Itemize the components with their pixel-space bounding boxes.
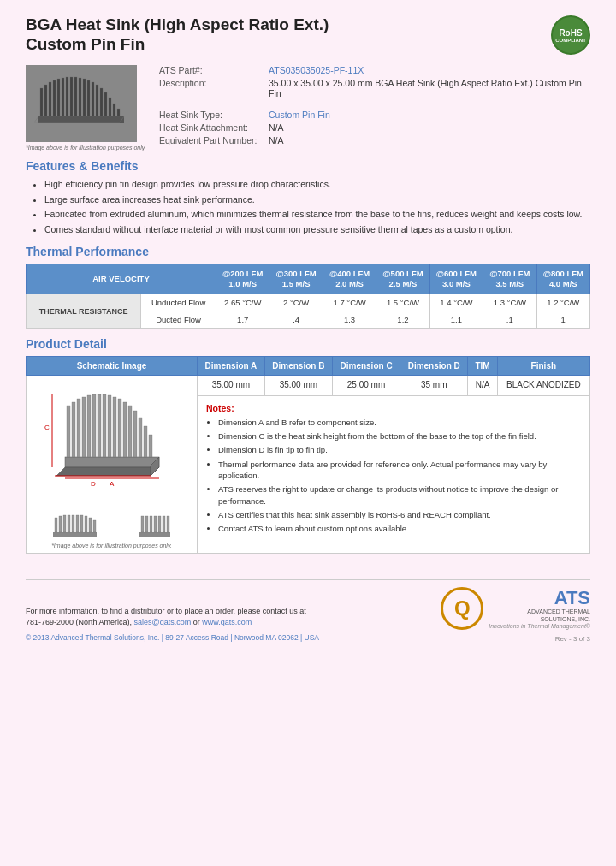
svg-line-20 bbox=[34, 116, 38, 122]
svg-rect-67 bbox=[163, 516, 165, 532]
air-velocity-label: AIR VELOCITY bbox=[27, 264, 216, 294]
product-details: ATS Part#: ATS035035025-PF-11X Descripti… bbox=[159, 65, 590, 151]
col-300lfm: @300 LFM1.5 M/S bbox=[270, 264, 323, 294]
ats-logo: Q ATS ADVANCED THERMALSOLUTIONS, INC. In… bbox=[441, 587, 590, 630]
schematic-svg: C A D bbox=[39, 380, 185, 508]
schematic-header: Schematic Image bbox=[27, 357, 198, 376]
feature-item: Large surface area increases heat sink p… bbox=[44, 193, 590, 206]
col-600lfm: @600 LFM3.0 M/S bbox=[429, 264, 483, 294]
svg-rect-3 bbox=[49, 82, 51, 116]
thermal-table: AIR VELOCITY @200 LFM1.0 M/S @300 LFM1.5… bbox=[26, 264, 590, 329]
ducted-200: 1.7 bbox=[216, 311, 270, 329]
footer-contact: For more information, to find a distribu… bbox=[26, 606, 319, 629]
ducted-700: .1 bbox=[483, 311, 536, 329]
col-700lfm: @700 LFM3.5 M/S bbox=[483, 264, 536, 294]
thermal-title: Thermal Performance bbox=[26, 245, 590, 258]
col-800lfm: @800 LFM4.0 M/S bbox=[536, 264, 589, 294]
rohs-badge: RoHS COMPLIANT bbox=[551, 15, 590, 55]
svg-rect-6 bbox=[62, 78, 64, 116]
svg-rect-7 bbox=[66, 77, 68, 116]
ats-text: ATS ADVANCED THERMALSOLUTIONS, INC. Inno… bbox=[489, 589, 590, 629]
footer-left: For more information, to find a distribu… bbox=[26, 606, 319, 644]
note-item: Thermal performance data are provided fo… bbox=[218, 459, 581, 482]
footer-phone: 781-769-2000 (North America), bbox=[26, 618, 132, 626]
schematic-cell: C A D bbox=[27, 376, 198, 554]
product-info: *Image above is for illustration purpose… bbox=[26, 65, 590, 151]
ducted-400: 1.3 bbox=[323, 311, 376, 329]
ats-q-logo: Q bbox=[441, 587, 483, 630]
svg-rect-59 bbox=[89, 518, 92, 532]
footer-or: or bbox=[193, 618, 200, 626]
product-detail-title: Product Detail bbox=[26, 337, 590, 351]
ducted-300: .4 bbox=[270, 311, 323, 329]
col-200lfm: @200 LFM1.0 M/S bbox=[216, 264, 270, 294]
note-item: Contact ATS to learn about custom option… bbox=[218, 523, 581, 534]
svg-rect-63 bbox=[145, 516, 148, 532]
svg-marker-24 bbox=[56, 467, 159, 476]
unducted-label: Unducted Flow bbox=[141, 294, 216, 311]
finish-value: BLACK ANODIZED bbox=[497, 376, 589, 395]
unducted-400: 1.7 °C/W bbox=[323, 294, 376, 311]
dim-d-value: 35 mm bbox=[400, 376, 468, 395]
note-item: Dimension C is the heat sink height from… bbox=[218, 430, 581, 442]
svg-rect-51 bbox=[55, 518, 57, 532]
tim-value: N/A bbox=[468, 376, 497, 395]
svg-rect-62 bbox=[141, 516, 144, 532]
svg-rect-30 bbox=[87, 395, 91, 457]
attachment-label: Heat Sink Attachment: bbox=[159, 122, 262, 133]
footer-email[interactable]: sales@qats.com bbox=[134, 618, 192, 626]
ducted-800: 1 bbox=[536, 311, 589, 329]
schematic-front-view bbox=[51, 513, 98, 539]
unducted-200: 2.65 °C/W bbox=[216, 294, 270, 311]
desc-label: Description: bbox=[159, 78, 262, 98]
unducted-800: 1.2 °C/W bbox=[536, 294, 589, 311]
type-value: Custom Pin Fin bbox=[269, 110, 330, 120]
unducted-600: 1.4 °C/W bbox=[429, 294, 483, 311]
col-500lfm: @500 LFM2.5 M/S bbox=[376, 264, 429, 294]
svg-rect-27 bbox=[72, 402, 75, 457]
svg-rect-31 bbox=[92, 394, 96, 457]
heatsink-illustration bbox=[30, 69, 133, 138]
svg-rect-65 bbox=[154, 516, 157, 532]
svg-rect-12 bbox=[87, 80, 90, 116]
svg-rect-64 bbox=[150, 516, 152, 532]
desc-value: 35.00 x 35.00 x 25.00 mm BGA Heat Sink (… bbox=[269, 78, 590, 98]
detail-header-row: Schematic Image Dimension A Dimension B … bbox=[27, 357, 590, 376]
svg-rect-15 bbox=[100, 88, 103, 116]
svg-rect-33 bbox=[103, 394, 106, 457]
ats-main: ATS bbox=[489, 589, 590, 608]
detail-data-row: C A D bbox=[27, 376, 590, 395]
detail-table: Schematic Image Dimension A Dimension B … bbox=[26, 356, 590, 554]
features-title: Features & Benefits bbox=[26, 159, 590, 173]
thermal-header-row: AIR VELOCITY @200 LFM1.0 M/S @300 LFM1.5… bbox=[27, 264, 590, 294]
feature-item: Comes standard without interface materia… bbox=[44, 223, 590, 236]
attachment-value: N/A bbox=[269, 122, 284, 133]
ducted-600: 1.1 bbox=[429, 311, 483, 329]
svg-rect-17 bbox=[109, 98, 111, 116]
note-item: Dimension D is fin tip to fin tip. bbox=[218, 444, 581, 455]
svg-text:C: C bbox=[44, 424, 50, 431]
svg-rect-60 bbox=[93, 520, 96, 532]
svg-rect-16 bbox=[104, 92, 107, 116]
contact-text: For more information, to find a distribu… bbox=[26, 607, 306, 615]
dim-c-header: Dimension C bbox=[332, 357, 400, 376]
footer-copyright: © 2013 Advanced Thermal Solutions, Inc. … bbox=[26, 632, 319, 644]
svg-rect-10 bbox=[79, 78, 81, 116]
footer-website[interactable]: www.qats.com bbox=[202, 618, 252, 626]
ats-sub: ADVANCED THERMALSOLUTIONS, INC. bbox=[489, 608, 590, 623]
product-image-box bbox=[26, 65, 137, 142]
note-item: ATS reserves the right to update or chan… bbox=[218, 483, 581, 507]
unducted-300: 2 °C/W bbox=[270, 294, 323, 311]
svg-rect-8 bbox=[70, 77, 73, 116]
svg-rect-1 bbox=[40, 88, 43, 116]
svg-rect-28 bbox=[77, 399, 80, 457]
svg-rect-23 bbox=[65, 457, 159, 467]
ducted-500: 1.2 bbox=[376, 311, 429, 329]
page-header: BGA Heat Sink (High Aspect Ratio Ext.) C… bbox=[26, 15, 590, 55]
svg-rect-29 bbox=[82, 397, 86, 457]
notes-cell: Notes: Dimension A and B refer to compon… bbox=[198, 395, 590, 554]
svg-rect-52 bbox=[59, 516, 62, 532]
svg-rect-61 bbox=[139, 532, 170, 537]
svg-rect-57 bbox=[80, 515, 83, 532]
svg-rect-37 bbox=[123, 402, 127, 457]
